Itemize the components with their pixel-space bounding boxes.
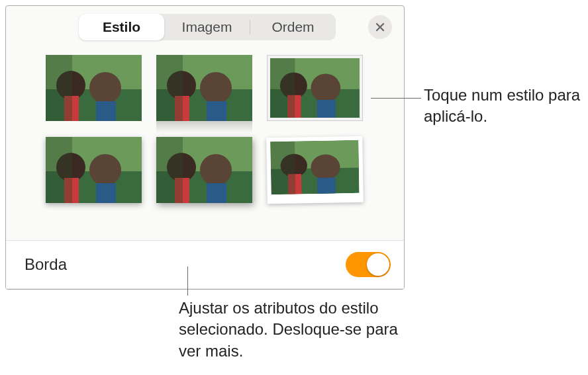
border-row: Borda [6, 240, 404, 289]
style-option-frame[interactable] [267, 55, 363, 121]
tab-style-label: Estilo [103, 19, 140, 35]
thumbnail-image [156, 137, 252, 203]
svg-rect-19 [317, 100, 336, 118]
svg-rect-27 [46, 137, 72, 203]
style-thumbnail-grid [46, 55, 404, 203]
tab-order-label: Ordem [271, 19, 314, 35]
callout-leader-line [371, 98, 421, 99]
tab-order[interactable]: Ordem [250, 14, 336, 40]
thumbnail-image [270, 140, 359, 194]
svg-rect-6 [46, 55, 72, 121]
style-option-plain[interactable] [46, 55, 142, 121]
svg-rect-40 [317, 177, 336, 193]
svg-point-25 [89, 154, 121, 186]
svg-point-32 [200, 154, 232, 186]
callout-style-tap: Toque num estilo para aplicá-lo. [424, 85, 583, 128]
svg-rect-5 [96, 101, 116, 121]
close-button[interactable] [368, 15, 392, 39]
tab-image[interactable]: Imagem [164, 14, 250, 40]
callout-leader-line-2 [187, 267, 188, 296]
style-option-shadow-2[interactable] [156, 137, 252, 203]
tab-image-label: Imagem [182, 19, 232, 35]
svg-rect-26 [96, 183, 116, 203]
close-icon [375, 22, 385, 32]
thumbnail-image [270, 58, 360, 118]
thumbnail-image [46, 55, 142, 121]
tab-segmented-control: Estilo Imagem Ordem [79, 14, 336, 40]
tab-style[interactable]: Estilo [79, 14, 164, 40]
style-option-photo[interactable] [266, 136, 364, 204]
format-panel: Estilo Imagem Ordem Borda [5, 5, 405, 290]
callout-attributes: Ajustar os atributos do estilo seleciona… [179, 298, 404, 362]
svg-rect-20 [270, 58, 295, 118]
style-option-reflection[interactable] [156, 55, 252, 121]
border-label: Borda [24, 255, 67, 274]
svg-rect-33 [207, 183, 226, 203]
thumbnail-image [46, 137, 142, 203]
svg-rect-41 [270, 142, 295, 195]
svg-point-11 [200, 72, 232, 104]
svg-rect-34 [156, 137, 183, 203]
style-option-shadow-1[interactable] [46, 137, 142, 203]
border-toggle[interactable] [346, 252, 391, 277]
toggle-knob [367, 253, 389, 276]
svg-point-18 [311, 73, 340, 102]
svg-rect-12 [207, 101, 226, 121]
thumbnail-image [156, 55, 252, 121]
svg-rect-13 [156, 55, 183, 121]
svg-point-4 [89, 72, 121, 104]
